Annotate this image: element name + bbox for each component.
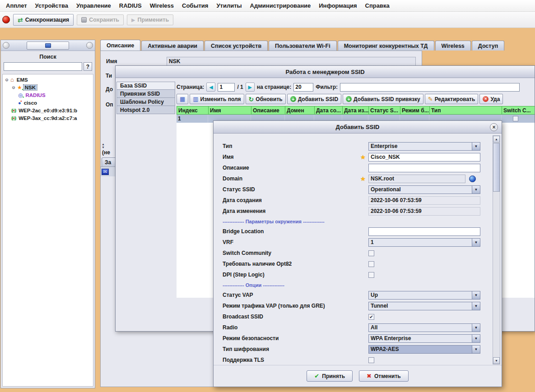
sync-button[interactable]: Синхронизация bbox=[13, 14, 74, 26]
panel-round-right-button[interactable] bbox=[86, 42, 93, 49]
add-ssid-binding-button[interactable]: Добавить SSID привязку bbox=[343, 94, 423, 104]
tab-policy-templates[interactable]: Шаблоны Policy bbox=[116, 98, 175, 106]
chevron-down-icon[interactable] bbox=[472, 335, 480, 342]
ap-icon: ((●)) bbox=[11, 116, 16, 120]
topology-view-button[interactable] bbox=[27, 42, 69, 50]
ssid-status-combobox[interactable]: Operational bbox=[368, 185, 480, 194]
edit-button[interactable]: Редактировать bbox=[425, 94, 479, 104]
chevron-down-icon[interactable] bbox=[472, 346, 480, 353]
globe-icon[interactable] bbox=[469, 175, 476, 182]
vap-traffic-mode-combobox[interactable]: Tunnel bbox=[368, 302, 480, 310]
encryption-type-combobox[interactable]: WPA2-AES bbox=[368, 345, 480, 354]
column-header[interactable]: Режим б... bbox=[400, 106, 430, 115]
tab-active-alarms[interactable]: Активные аварии bbox=[141, 41, 204, 51]
column-header[interactable]: Switch C... bbox=[502, 106, 535, 115]
menu-information[interactable]: Информация bbox=[315, 1, 361, 10]
column-header[interactable]: Имя bbox=[209, 106, 251, 115]
save-button[interactable]: Сохранить bbox=[77, 14, 124, 25]
tree-item-nsk[interactable]: NSK bbox=[3, 83, 93, 91]
filter-input[interactable] bbox=[340, 83, 520, 92]
menu-devices[interactable]: Устройства bbox=[31, 1, 72, 10]
radio-combobox[interactable]: All bbox=[368, 323, 480, 332]
vrf-combobox[interactable]: 1 bbox=[368, 238, 480, 247]
menu-management[interactable]: Управление bbox=[72, 1, 115, 10]
tab-access[interactable]: Доступ bbox=[472, 41, 504, 51]
menu-applet[interactable]: Апплет bbox=[2, 1, 31, 10]
menu-radius[interactable]: RADIUS bbox=[115, 1, 146, 10]
vertical-scrollbar[interactable] bbox=[493, 135, 500, 364]
vap-status-combobox[interactable]: Up bbox=[368, 291, 480, 300]
tab-wireless[interactable]: Wireless bbox=[435, 41, 471, 51]
tab-ssid-base[interactable]: База SSID bbox=[116, 82, 175, 90]
status-sphere-icon[interactable] bbox=[2, 16, 10, 23]
tree-item-ems[interactable]: EMS bbox=[3, 76, 93, 83]
column-header[interactable]: Домен bbox=[285, 106, 315, 115]
tab-rogue-ap-monitoring[interactable]: Мониторинг конкурентных ТД bbox=[338, 41, 434, 51]
name-field[interactable]: NSK bbox=[167, 57, 416, 66]
menu-help[interactable]: Справка bbox=[361, 1, 394, 10]
add-ssid-button[interactable]: Добавить SSID bbox=[287, 94, 341, 104]
switch-community-cell-checkbox[interactable] bbox=[513, 116, 518, 121]
bridge-location-input[interactable] bbox=[368, 227, 480, 236]
page-input[interactable]: 1 bbox=[218, 83, 235, 92]
close-icon[interactable] bbox=[490, 123, 498, 131]
tab-device-list[interactable]: Список устройств bbox=[205, 41, 268, 51]
type-combobox[interactable]: Enterprise bbox=[368, 142, 480, 151]
apply-button[interactable]: Применить bbox=[127, 14, 173, 25]
column-header[interactable]: Дата из... bbox=[343, 106, 369, 115]
expand-handle-icon[interactable] bbox=[5, 78, 9, 82]
cancel-button[interactable]: Отменить bbox=[359, 370, 409, 382]
next-page-button[interactable] bbox=[246, 83, 255, 92]
tab-hotspot-20[interactable]: Hotspot 2.0 bbox=[116, 106, 175, 114]
menu-wireless[interactable]: Wireless bbox=[146, 1, 178, 10]
tree-item-cisco[interactable]: cisco bbox=[3, 99, 93, 106]
column-header[interactable]: Индекс bbox=[177, 106, 209, 115]
scroll-down-icon[interactable] bbox=[493, 357, 500, 364]
chevron-down-icon[interactable] bbox=[472, 186, 480, 194]
column-header[interactable]: Описание bbox=[251, 106, 285, 115]
delete-button[interactable]: Уда bbox=[479, 94, 503, 104]
chevron-down-icon[interactable] bbox=[472, 324, 480, 332]
description-input[interactable] bbox=[368, 164, 480, 172]
tab-wifi-users[interactable]: Пользователи Wi-Fi bbox=[269, 41, 337, 51]
table-cell[interactable] bbox=[502, 115, 535, 123]
broadcast-ssid-checkbox[interactable] bbox=[368, 314, 374, 320]
prev-page-button[interactable] bbox=[206, 83, 215, 92]
per-page-input[interactable]: 20 bbox=[293, 83, 313, 92]
tree-item-wep-3ax-cc-9d-a2-c7-a[interactable]: ((●))WEP-3ax_cc:9d:a2:c7:a bbox=[3, 114, 93, 122]
column-header[interactable]: Дата со... bbox=[315, 106, 343, 115]
menu-events[interactable]: События bbox=[178, 1, 212, 10]
accept-button[interactable]: Принять bbox=[307, 370, 353, 382]
chevron-down-icon[interactable] bbox=[472, 302, 480, 310]
table-cell[interactable]: 1 bbox=[177, 115, 208, 123]
domain-field[interactable]: NSK.root bbox=[368, 175, 465, 183]
dpi-checkbox[interactable] bbox=[368, 272, 374, 278]
menu-administration[interactable]: Администрирование bbox=[246, 1, 315, 10]
refresh-button[interactable]: Обновить bbox=[246, 94, 286, 104]
tls-support-checkbox[interactable] bbox=[368, 357, 374, 363]
chevron-down-icon[interactable] bbox=[472, 291, 480, 299]
chevron-down-icon[interactable] bbox=[472, 143, 480, 150]
tree-item-wep-2ac-e0-d9-e3-91-b[interactable]: ((●))WEP-2ac_e0:d9:e3:91:b bbox=[3, 106, 93, 114]
expand-handle-icon[interactable] bbox=[11, 85, 16, 90]
column-header[interactable]: Тип bbox=[430, 106, 502, 115]
menu-utilities[interactable]: Утилиты bbox=[212, 1, 246, 10]
switch-community-checkbox[interactable] bbox=[368, 250, 374, 256]
search-help-button[interactable]: ? bbox=[84, 62, 92, 71]
security-mode-combobox[interactable]: WPA Enterprise bbox=[368, 334, 480, 343]
column-header[interactable]: Статус S... bbox=[369, 106, 400, 115]
tab-description[interactable]: Описание bbox=[100, 40, 140, 51]
panel-round-left-button[interactable] bbox=[3, 42, 9, 49]
search-input[interactable] bbox=[4, 62, 82, 71]
tab-ssid-bindings[interactable]: Привязки SSID bbox=[116, 90, 175, 98]
view-grid-button[interactable] bbox=[177, 94, 188, 104]
tree-item-radius[interactable]: RADIUS bbox=[3, 91, 93, 99]
events-tab-partial[interactable]: За bbox=[102, 157, 117, 166]
spinner-arrows-icon[interactable]: ▲▼ bbox=[102, 143, 105, 149]
opt82-checkbox[interactable] bbox=[368, 261, 374, 267]
edit-columns-button[interactable]: Изменить поля bbox=[190, 94, 244, 104]
name-input[interactable]: Cisco_NSK bbox=[368, 153, 480, 161]
scrollbar-thumb[interactable] bbox=[493, 143, 500, 192]
scroll-up-icon[interactable] bbox=[493, 136, 500, 143]
chevron-down-icon[interactable] bbox=[472, 239, 480, 246]
